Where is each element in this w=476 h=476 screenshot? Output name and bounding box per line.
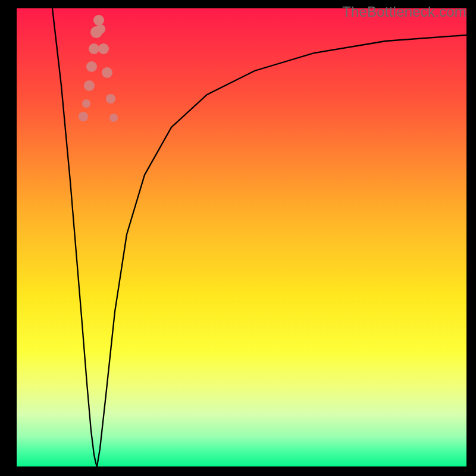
dip-marker: [84, 80, 95, 91]
chart-svg: [17, 8, 466, 466]
watermark-text: TheBottleneck.com: [342, 4, 466, 20]
dip-marker: [98, 43, 109, 54]
dip-marker: [82, 99, 90, 108]
dip-marker: [96, 24, 105, 34]
dip-marker: [86, 61, 97, 72]
chart-frame: [17, 8, 466, 466]
dip-marker: [109, 114, 118, 122]
dip-marker: [102, 67, 112, 78]
dip-marker: [89, 43, 99, 54]
dip-marker: [79, 112, 88, 121]
dip-marker: [106, 94, 115, 104]
dip-marker: [93, 15, 104, 26]
